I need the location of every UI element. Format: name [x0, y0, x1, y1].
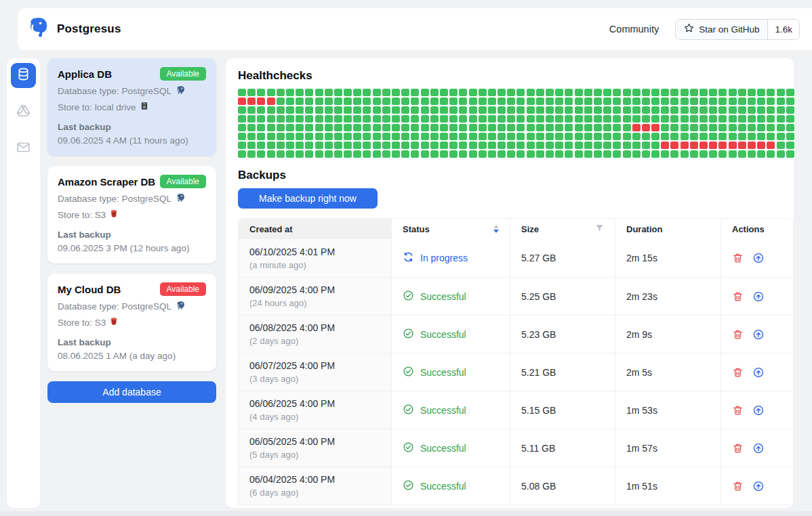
healthcheck-cell — [584, 115, 592, 123]
healthcheck-cell — [777, 150, 785, 158]
healthcheck-cell — [632, 115, 641, 123]
database-card[interactable]: My Cloud DBAvailableDatabase type: Postg… — [47, 274, 216, 371]
healthcheck-cell — [305, 133, 313, 140]
healthcheck-cell — [777, 106, 785, 114]
backups-table: Created at Status Size Duration Actions … — [238, 218, 794, 505]
brand[interactable]: Postgresus — [26, 16, 121, 42]
healthcheck-cell — [257, 89, 265, 96]
healthcheck-cell — [690, 124, 698, 131]
size-cell: 5.08 GB — [510, 467, 615, 504]
column-header-size[interactable]: Size — [510, 219, 615, 239]
healthcheck-cell — [440, 142, 448, 149]
healthcheck-cell — [594, 133, 602, 140]
table-row: 06/06/2025 4:00 PM(4 days ago)Successful… — [239, 391, 793, 429]
healthcheck-cell — [565, 106, 573, 114]
healthcheck-cell — [786, 142, 794, 149]
backup-date-ago: (a minute ago) — [249, 260, 306, 270]
healthcheck-cell — [296, 115, 304, 123]
healthcheck-cell — [257, 106, 265, 114]
healthcheck-cell — [469, 115, 477, 123]
healthcheck-cell — [536, 133, 544, 140]
healthcheck-cell — [363, 124, 371, 131]
healthcheck-cell — [392, 124, 400, 131]
healthcheck-cell — [488, 142, 496, 149]
restore-backup-icon[interactable] — [752, 404, 765, 416]
status-text: Successful — [420, 405, 466, 416]
delete-backup-icon[interactable] — [732, 366, 744, 379]
sidebar-item-storage[interactable] — [11, 100, 36, 125]
healthcheck-cell — [748, 124, 756, 131]
healthcheck-cell — [238, 124, 246, 131]
delete-backup-icon[interactable] — [732, 404, 744, 416]
healthcheck-cell — [459, 133, 467, 140]
healthcheck-cell — [363, 89, 371, 96]
healthcheck-cell — [247, 89, 256, 96]
healthcheck-cell — [777, 98, 785, 105]
make-backup-button[interactable]: Make backup right now — [238, 188, 378, 209]
community-link[interactable]: Community — [609, 24, 659, 35]
restore-backup-icon[interactable] — [752, 366, 765, 379]
healthcheck-cell — [440, 133, 448, 140]
restore-backup-icon[interactable] — [752, 480, 765, 492]
healthcheck-cell — [238, 106, 246, 114]
healthcheck-cell — [786, 133, 794, 140]
healthcheck-cell — [296, 142, 304, 149]
healthcheck-cell — [516, 106, 525, 114]
healthcheck-cell — [373, 98, 381, 105]
healthcheck-cell — [344, 89, 352, 96]
sidebar-item-email[interactable] — [11, 136, 36, 161]
healthcheck-cell — [718, 115, 727, 123]
status-cell: Successful — [392, 429, 510, 467]
healthcheck-cell — [718, 150, 727, 158]
database-card[interactable]: Amazon Scraper DBAvailableDatabase type:… — [47, 166, 216, 263]
filter-icon[interactable] — [595, 223, 604, 234]
healthcheck-cell — [277, 89, 285, 96]
healthcheck-cell — [584, 150, 592, 158]
table-row: 06/05/2025 4:00 PM(5 days ago)Successful… — [239, 429, 793, 467]
backup-date-ago: (6 days ago) — [249, 488, 298, 498]
restore-backup-icon[interactable] — [752, 328, 765, 341]
healthcheck-cell — [498, 142, 506, 149]
healthcheck-cell — [353, 89, 361, 96]
delete-backup-icon[interactable] — [732, 442, 744, 454]
healthcheck-cell — [382, 89, 390, 96]
healthcheck-cell — [516, 98, 525, 105]
healthcheck-cell — [738, 133, 746, 140]
restore-backup-icon[interactable] — [752, 291, 765, 303]
healthcheck-cell — [421, 124, 429, 131]
healthcheck-cell — [267, 98, 275, 105]
restore-backup-icon[interactable] — [752, 442, 765, 454]
healthcheck-cell — [699, 89, 708, 96]
healthcheck-cell — [353, 115, 361, 123]
healthcheck-cell — [565, 124, 573, 131]
sidebar-item-databases[interactable] — [11, 63, 36, 88]
sort-icon[interactable] — [493, 225, 499, 233]
healthcheck-cell — [661, 133, 669, 140]
restore-backup-icon[interactable] — [752, 252, 765, 264]
delete-backup-icon[interactable] — [732, 252, 744, 264]
healthcheck-cell — [344, 115, 352, 123]
healthcheck-cell — [421, 115, 429, 123]
database-card[interactable]: Applica DBAvailableDatabase type: Postgr… — [47, 58, 216, 156]
add-database-button[interactable]: Add database — [47, 381, 216, 403]
healthcheck-cell — [315, 142, 323, 149]
duration-cell: 2m 9s — [615, 316, 721, 353]
healthcheck-cell — [421, 98, 429, 105]
status-cell: Successful — [392, 467, 510, 504]
healthcheck-cell — [527, 124, 535, 131]
mail-icon — [16, 140, 31, 157]
delete-backup-icon[interactable] — [732, 291, 744, 303]
column-header-status[interactable]: Status — [392, 219, 510, 239]
database-list: Applica DBAvailableDatabase type: Postgr… — [47, 58, 216, 403]
horizontal-scrollbar[interactable] — [0, 511, 812, 516]
healthcheck-cell — [661, 106, 669, 114]
delete-backup-icon[interactable] — [732, 328, 744, 341]
delete-backup-icon[interactable] — [732, 480, 744, 492]
healthcheck-cell — [613, 106, 621, 114]
healthcheck-cell — [440, 89, 448, 96]
github-star-button[interactable]: Star on GitHub 1.6k — [675, 19, 800, 40]
status-badge: Available — [160, 67, 206, 81]
check-circle-icon — [403, 404, 414, 417]
healthcheck-cell — [296, 98, 304, 105]
last-backup-value: 09.06.2025 3 PM (12 hours ago) — [58, 243, 206, 253]
